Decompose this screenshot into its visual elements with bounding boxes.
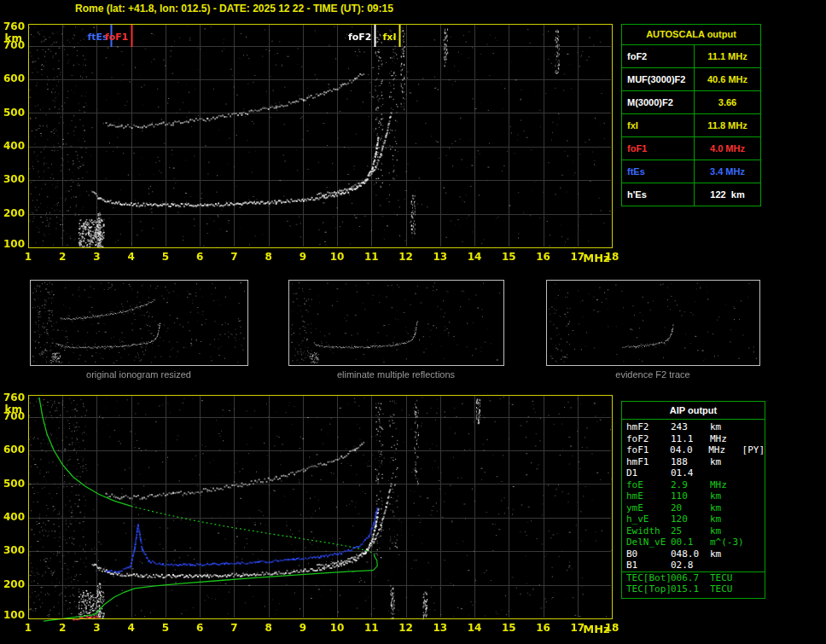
param-extra xyxy=(744,490,765,502)
param-extra xyxy=(744,513,765,525)
param-value: 006.7 xyxy=(671,572,710,584)
param-extra xyxy=(744,537,765,548)
table-row: ftEs 3.4 MHz xyxy=(622,160,760,183)
autoscala-screen: Rome (lat: +41.8, lon: 012.5) - DATE: 20… xyxy=(0,0,826,644)
param-value: 25 xyxy=(671,525,710,537)
aip-table-title: AIP output xyxy=(622,402,765,420)
param-value: 40.6 MHz xyxy=(695,68,760,90)
param-label: h_vE xyxy=(622,513,671,525)
param-label: foF2 xyxy=(622,45,695,67)
table-row: foF104.0MHz[PY] xyxy=(622,444,765,456)
param-value: 120 xyxy=(671,513,710,525)
table-row: M(3000)F2 3.66 xyxy=(622,91,760,114)
param-value: 00.1 xyxy=(671,537,710,548)
table-row: D101.4 xyxy=(622,467,765,479)
param-extra xyxy=(744,583,765,595)
table-row: hmF2243km xyxy=(622,421,765,433)
param-value: 11.1 xyxy=(671,433,710,445)
table-row: hmE110km xyxy=(622,490,765,502)
table-row: DelN_vE00.1m^(-3) xyxy=(622,537,765,548)
table-row: TEC[Bot]006.7TECU xyxy=(622,571,765,584)
param-extra xyxy=(744,467,765,479)
param-value: 11.1 MHz xyxy=(695,45,760,67)
param-label: B0 xyxy=(622,548,671,560)
param-unit: MHz xyxy=(710,433,744,445)
table-row: h_vE120km xyxy=(622,513,765,525)
param-unit: TECU xyxy=(710,572,744,584)
param-value: 188 xyxy=(671,456,710,468)
table-row: foF1 4.0 MHz xyxy=(622,137,760,160)
aip-output-table: AIP output hmF2243km foF211.1MHz foF104.… xyxy=(621,401,765,599)
param-unit: MHz xyxy=(708,444,742,456)
param-unit: TECU xyxy=(710,583,744,595)
param-extra xyxy=(744,479,765,491)
param-label: h'Es xyxy=(622,183,695,206)
param-label: Ewidth xyxy=(622,525,671,537)
param-value: 2.9 xyxy=(671,479,710,491)
param-value: 122 km xyxy=(695,183,760,206)
param-label: hmF1 xyxy=(622,456,671,468)
param-unit: m^(-3) xyxy=(710,537,744,548)
table-row: B0048.0km xyxy=(622,548,765,560)
param-unit: km xyxy=(710,548,744,560)
param-value: 04.0 xyxy=(670,444,708,456)
param-label: ymE xyxy=(622,502,671,514)
param-extra xyxy=(744,433,765,445)
aip-table-body: hmF2243km foF211.1MHz foF104.0MHz[PY] hm… xyxy=(622,420,765,598)
param-unit: km xyxy=(710,502,744,514)
thumbnail-caption-f2trace: evidence F2 trace xyxy=(546,369,759,380)
thumbnail-caption-original: original ionogram resized xyxy=(30,369,247,380)
param-extra xyxy=(744,502,765,514)
table-row: Ewidth25km xyxy=(622,525,765,537)
table-row: fxI 11.8 MHz xyxy=(622,114,760,137)
param-label: foF1 xyxy=(622,137,695,160)
table-row: h'Es 122 km xyxy=(622,183,760,206)
param-unit xyxy=(710,560,744,571)
param-unit xyxy=(710,467,744,479)
param-value: 015.1 xyxy=(671,583,710,595)
param-unit: km xyxy=(710,525,744,537)
param-extra: [PY] xyxy=(742,444,765,456)
table-row: MUF(3000)F2 40.6 MHz xyxy=(622,68,760,91)
param-unit: km xyxy=(710,421,744,433)
param-value: 4.0 MHz xyxy=(695,137,760,160)
table-row: TEC[Top]015.1TECU xyxy=(622,583,765,595)
param-value: 02.8 xyxy=(671,560,710,571)
param-value: 3.4 MHz xyxy=(695,160,760,183)
param-label: D1 xyxy=(622,467,671,479)
param-label: ftEs xyxy=(622,160,695,183)
param-label: DelN_vE xyxy=(622,537,671,548)
param-value: 110 xyxy=(671,490,710,502)
param-label: foF1 xyxy=(622,444,670,456)
param-label: hmF2 xyxy=(622,421,671,433)
param-unit: km xyxy=(710,490,744,502)
param-unit: km xyxy=(710,456,744,468)
table-row: foF211.1MHz xyxy=(622,433,765,445)
table-row: foE2.9MHz xyxy=(622,479,765,491)
param-value: 3.66 xyxy=(695,91,760,113)
table-row: foF2 11.1 MHz xyxy=(622,45,760,68)
param-extra xyxy=(744,548,765,560)
param-label: B1 xyxy=(622,560,671,571)
param-extra xyxy=(744,560,765,571)
thumbnail-caption-multiples: eliminate multiple reflections xyxy=(288,369,503,380)
param-label: foE xyxy=(622,479,671,491)
param-label: fxI xyxy=(622,114,695,136)
param-label: hmE xyxy=(622,490,671,502)
param-label: foF2 xyxy=(622,433,671,445)
param-extra xyxy=(744,525,765,537)
param-extra xyxy=(744,421,765,433)
param-label: M(3000)F2 xyxy=(622,91,695,113)
autoscala-table-title: AUTOSCALA output xyxy=(622,25,760,45)
table-row: hmF1188km xyxy=(622,456,765,468)
param-value: 11.8 MHz xyxy=(695,114,760,136)
autoscala-output-table: AUTOSCALA output foF2 11.1 MHz MUF(3000)… xyxy=(621,24,761,206)
param-extra xyxy=(744,572,765,584)
param-label: TEC[Top] xyxy=(622,583,671,595)
param-unit: km xyxy=(710,513,744,525)
param-value: 01.4 xyxy=(671,467,710,479)
param-label: MUF(3000)F2 xyxy=(622,68,695,90)
table-row: ymE20km xyxy=(622,502,765,514)
param-unit: MHz xyxy=(710,479,744,491)
param-value: 20 xyxy=(671,502,710,514)
